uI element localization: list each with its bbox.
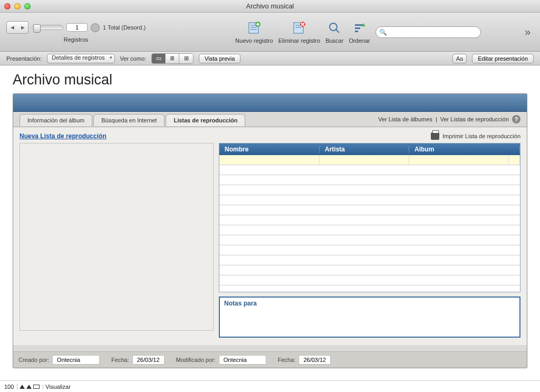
record-pie-icon[interactable] (91, 23, 100, 32)
new-playlist-link[interactable]: Nueva Lista de reproducción (20, 132, 107, 140)
titlebar: Archivo musical (0, 0, 540, 13)
view-form-button[interactable]: ▭ (152, 54, 166, 63)
col-artist[interactable]: Artista (320, 146, 409, 153)
new-record-button[interactable]: Nuevo registro (235, 20, 273, 44)
content-area: Archivo musical Información del álbum Bú… (0, 65, 540, 380)
search-icon: 🔍 (379, 28, 387, 36)
tab-internet-search[interactable]: Búsqueda en Internet (93, 114, 165, 126)
tab-playlists[interactable]: Listas de reproducción (166, 114, 245, 126)
new-record-icon (246, 20, 262, 36)
created-by-label: Creado por: (18, 357, 49, 363)
record-current-number: 1 (66, 23, 88, 32)
table-row[interactable] (219, 185, 520, 195)
status-bar: 100 Visualizar (0, 380, 540, 392)
edit-layout-button[interactable]: Editar presentación (472, 54, 534, 63)
table-row[interactable] (219, 195, 520, 205)
layout-label: Presentación: (6, 55, 42, 62)
layout-toolbar: Presentación: Detalles de registros Ver … (0, 52, 540, 65)
table-row[interactable] (219, 235, 520, 245)
search-input[interactable] (375, 26, 481, 38)
find-icon (326, 20, 342, 36)
record-nav-group: ◀ ▶ 1 1 Total (Desord.) Registros (6, 21, 146, 43)
created-by-value: Ontecnia (52, 355, 100, 365)
sort-icon (352, 20, 368, 36)
tracks-grid: Nombre Artista Album (219, 143, 520, 292)
sort-button[interactable]: Ordenar (349, 20, 370, 44)
created-date-value: 26/03/12 (132, 355, 165, 365)
view-list-button[interactable]: ≣ (166, 54, 179, 63)
viewas-label: Ver como: (120, 55, 147, 62)
table-row[interactable] (219, 225, 520, 235)
zoom-level[interactable]: 100 (4, 384, 17, 390)
notes-field[interactable]: Notas para (219, 297, 520, 338)
modified-date-value: 26/03/12 (298, 355, 331, 365)
svg-line-14 (336, 30, 339, 33)
table-row[interactable] (219, 255, 520, 265)
svg-rect-17 (355, 31, 358, 32)
record-footer: Creado por:Ontecnia Fecha:26/03/12 Modif… (13, 351, 527, 368)
svg-point-13 (330, 23, 337, 31)
record-next-button[interactable]: ▶ (17, 22, 28, 33)
delete-record-icon (291, 20, 307, 36)
record-prev-button[interactable]: ◀ (7, 22, 17, 33)
main-toolbar: ◀ ▶ 1 1 Total (Desord.) Registros Nuevo … (0, 13, 540, 52)
col-album[interactable]: Album (409, 146, 520, 153)
table-row[interactable] (219, 205, 520, 215)
page-title: Archivo musical (13, 72, 527, 88)
window-title: Archivo musical (0, 2, 540, 10)
table-row[interactable] (219, 165, 520, 175)
record-total-label: 1 Total (Desord.) (103, 24, 146, 31)
record-nav-label: Registros (64, 36, 88, 43)
layout-select[interactable]: Detalles de registros (47, 54, 114, 63)
table-row[interactable] (219, 275, 520, 285)
playlist-sidebar[interactable] (20, 143, 214, 331)
delete-record-button[interactable]: Eliminar registro (278, 20, 320, 44)
main-panel: Información del álbum Búsqueda en Intern… (13, 93, 527, 368)
view-playlists-link[interactable]: Ver Listas de reproducción (440, 116, 509, 122)
toolbar-overflow-button[interactable]: » (522, 26, 534, 38)
col-name[interactable]: Nombre (219, 146, 320, 153)
view-table-button[interactable]: ⊞ (179, 54, 193, 63)
status-mode: Visualizar (45, 384, 71, 390)
table-row[interactable] (219, 215, 520, 225)
view-mode-group[interactable]: ▭ ≣ ⊞ (151, 53, 194, 64)
table-row[interactable] (219, 245, 520, 255)
find-button[interactable]: Buscar (325, 20, 343, 44)
record-nav-buttons[interactable]: ◀ ▶ (6, 21, 28, 34)
record-slider[interactable] (32, 25, 63, 30)
created-date-label: Fecha: (111, 357, 129, 363)
tab-album-info[interactable]: Información del álbum (20, 114, 92, 126)
panel-header (13, 94, 527, 112)
modified-date-label: Fecha: (278, 357, 296, 363)
modified-by-label: Modificado por: (176, 357, 216, 363)
table-row[interactable] (219, 265, 520, 275)
modified-by-value: Ontecnia (219, 355, 266, 365)
view-albums-link[interactable]: Ver Lista de álbumes (378, 116, 432, 122)
svg-rect-16 (355, 27, 360, 29)
preview-button[interactable]: Vista previa (199, 54, 240, 63)
help-icon[interactable]: ? (512, 115, 520, 123)
status-mode-icons[interactable] (20, 385, 43, 389)
print-playlist-button[interactable]: Imprimir Lista de reproducción (431, 132, 520, 140)
print-icon (431, 132, 439, 140)
svg-rect-15 (355, 24, 362, 26)
table-row[interactable] (219, 175, 520, 185)
table-row[interactable] (219, 155, 520, 165)
text-format-button[interactable]: Aa (452, 54, 467, 63)
